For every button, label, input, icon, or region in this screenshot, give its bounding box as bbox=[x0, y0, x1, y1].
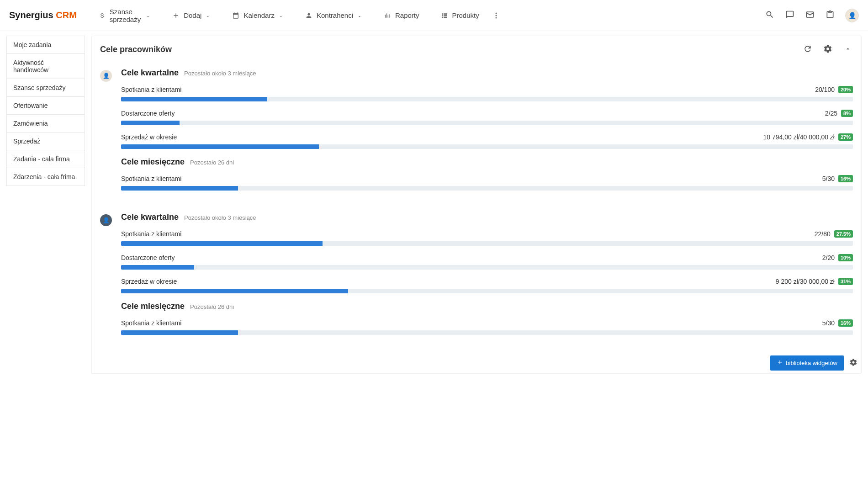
metric-head: Spotkania z klientami22/8027.5% bbox=[121, 230, 853, 238]
more-menu[interactable] bbox=[487, 8, 505, 23]
progress-fill bbox=[121, 330, 238, 335]
sidebar-item-4[interactable]: Zamówienia bbox=[6, 114, 85, 133]
metric-right: 10 794,00 zł/40 000,00 zł27% bbox=[763, 133, 853, 141]
employees-list: 👤Cele kwartalnePozostało około 3 miesiąc… bbox=[100, 68, 853, 343]
metric-value: 5/30 bbox=[822, 319, 835, 327]
nav-item-2[interactable]: Kalendarz bbox=[223, 4, 292, 27]
metric-percent-badge: 10% bbox=[838, 254, 853, 261]
nav-item-4[interactable]: Raporty bbox=[375, 4, 428, 27]
progress-bar bbox=[121, 289, 853, 293]
metric-value: 2/25 bbox=[825, 110, 837, 117]
progress-fill bbox=[121, 97, 267, 101]
metric-percent-badge: 31% bbox=[838, 278, 853, 285]
chevron-down-icon bbox=[278, 13, 284, 18]
metric-right: 22/8027.5% bbox=[815, 230, 853, 238]
metric-head: Spotkania z klientami5/3016% bbox=[121, 175, 853, 182]
nav-label: Kontrahenci bbox=[317, 11, 353, 19]
sidebar-item-6[interactable]: Zadania - cała firma bbox=[6, 150, 85, 168]
nav-item-5[interactable]: Produkty bbox=[432, 4, 487, 27]
sidebar-item-0[interactable]: Moje zadania bbox=[6, 36, 85, 54]
widget-library-label: biblioteka widgetów bbox=[786, 360, 837, 366]
plus-icon bbox=[777, 359, 783, 367]
goal-group-title: Cele kwartalne bbox=[121, 68, 179, 78]
sidebar-item-3[interactable]: Ofertowanie bbox=[6, 96, 85, 115]
refresh-button[interactable] bbox=[803, 44, 813, 54]
metric-row: Spotkania z klientami5/3016% bbox=[121, 319, 853, 335]
metric-row: Dostarczone oferty2/2010% bbox=[121, 254, 853, 270]
chevron-down-icon bbox=[205, 13, 211, 18]
logo-text-2: CRM bbox=[56, 10, 77, 20]
user-avatar[interactable]: 👤 bbox=[845, 9, 859, 22]
gear-icon bbox=[823, 44, 832, 55]
sidebar-item-1[interactable]: Aktywność handlowców bbox=[6, 53, 85, 79]
employee-block: 👤Cele kwartalnePozostało około 3 miesiąc… bbox=[100, 212, 853, 343]
metric-label: Spotkania z klientami bbox=[121, 319, 181, 327]
progress-fill bbox=[121, 241, 323, 246]
metric-value: 10 794,00 zł/40 000,00 zł bbox=[763, 133, 835, 141]
employee-content: Cele kwartalnePozostało około 3 miesiące… bbox=[121, 212, 853, 343]
svg-point-0 bbox=[495, 12, 497, 14]
metric-label: Sprzedaż w okresie bbox=[121, 278, 177, 285]
widget-library-button[interactable]: biblioteka widgetów bbox=[770, 355, 844, 371]
more-vertical-icon bbox=[492, 11, 500, 20]
metric-percent-badge: 16% bbox=[838, 319, 853, 327]
panel-title: Cele pracowników bbox=[100, 45, 803, 54]
logo-text-1: Synergius bbox=[9, 10, 56, 20]
nav-label: Kalendarz bbox=[243, 11, 275, 19]
employee-avatar: 👤 bbox=[100, 70, 112, 82]
metric-label: Dostarczone oferty bbox=[121, 110, 175, 117]
metric-label: Spotkania z klientami bbox=[121, 230, 181, 238]
sidebar-item-2[interactable]: Szanse sprzedaży bbox=[6, 79, 85, 97]
metric-right: 5/3016% bbox=[822, 319, 853, 327]
header-actions: 👤 bbox=[765, 9, 859, 22]
chat-button[interactable] bbox=[785, 11, 795, 21]
goal-group-subtitle: Pozostało 26 dni bbox=[190, 303, 234, 310]
settings-button[interactable] bbox=[823, 44, 833, 54]
chevron-up-icon bbox=[844, 45, 852, 54]
metric-row: Sprzedaż w okresie10 794,00 zł/40 000,00… bbox=[121, 133, 853, 149]
search-icon bbox=[765, 10, 774, 21]
refresh-icon bbox=[803, 44, 812, 55]
nav-item-0[interactable]: Szanse sprzedaży bbox=[90, 4, 159, 27]
collapse-button[interactable] bbox=[843, 44, 853, 54]
progress-bar bbox=[121, 97, 853, 101]
metric-value: 2/20 bbox=[822, 254, 835, 261]
employee-avatar: 👤 bbox=[100, 214, 112, 226]
nav-item-1[interactable]: Dodaj bbox=[164, 4, 219, 27]
app-logo: Synergius CRM bbox=[9, 10, 77, 21]
bars-icon bbox=[383, 11, 392, 20]
nav-label: Raporty bbox=[395, 11, 419, 19]
chevron-down-icon bbox=[357, 13, 362, 18]
sidebar-item-5[interactable]: Sprzedaż bbox=[6, 132, 85, 150]
mail-icon bbox=[805, 10, 815, 21]
progress-bar bbox=[121, 330, 853, 335]
sidebar-item-7[interactable]: Zdarzenia - cała frima bbox=[6, 168, 85, 186]
goal-group-header: Cele miesięcznePozostało 26 dni bbox=[121, 302, 853, 311]
employee-block: 👤Cele kwartalnePozostało około 3 miesiąc… bbox=[100, 68, 853, 199]
metric-value: 22/80 bbox=[815, 230, 831, 238]
metric-right: 9 200 zł/30 000,00 zł31% bbox=[776, 278, 853, 285]
metric-percent-badge: 27.5% bbox=[834, 230, 853, 238]
metric-row: Sprzedaż w okresie9 200 zł/30 000,00 zł3… bbox=[121, 278, 853, 293]
nav-item-3[interactable]: Kontrahenci bbox=[296, 4, 370, 27]
progress-bar bbox=[121, 241, 853, 246]
metric-head: Sprzedaż w okresie9 200 zł/30 000,00 zł3… bbox=[121, 278, 853, 285]
chevron-down-icon bbox=[145, 13, 151, 18]
goal-group-title: Cele kwartalne bbox=[121, 212, 179, 222]
metric-value: 9 200 zł/30 000,00 zł bbox=[776, 278, 835, 285]
goal-group-header: Cele kwartalnePozostało około 3 miesiące bbox=[121, 68, 853, 78]
footer-settings-button[interactable] bbox=[848, 358, 858, 368]
list-icon bbox=[440, 11, 449, 20]
dollar-icon bbox=[99, 11, 106, 20]
search-button[interactable] bbox=[765, 11, 775, 21]
mail-button[interactable] bbox=[805, 11, 815, 21]
metric-label: Spotkania z klientami bbox=[121, 86, 181, 93]
clipboard-button[interactable] bbox=[825, 11, 835, 21]
top-header: Synergius CRM Szanse sprzedażyDodajKalen… bbox=[0, 0, 868, 31]
metric-percent-badge: 20% bbox=[838, 86, 853, 93]
metric-head: Spotkania z klientami5/3016% bbox=[121, 319, 853, 327]
metric-right: 5/3016% bbox=[822, 175, 853, 182]
metric-right: 2/2010% bbox=[822, 254, 853, 261]
progress-bar bbox=[121, 265, 853, 270]
metric-percent-badge: 27% bbox=[838, 133, 853, 141]
